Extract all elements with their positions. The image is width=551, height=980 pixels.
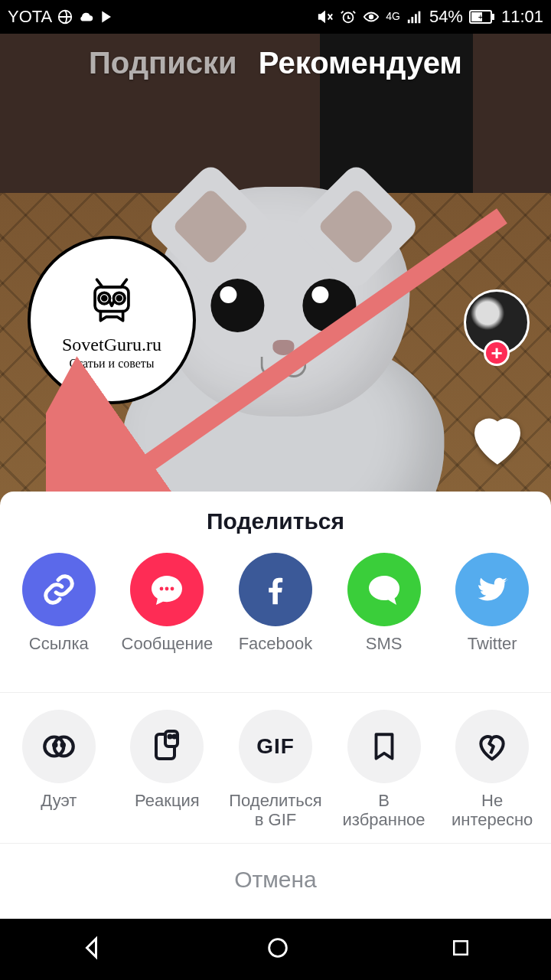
battery-percent-label: 54%	[429, 7, 463, 27]
browser-icon	[57, 8, 73, 25]
action-label: Поделиться в GIF	[229, 791, 321, 831]
eye-care-icon	[363, 8, 380, 25]
svg-point-23	[61, 743, 64, 746]
action-share-gif[interactable]: GIF Поделиться в GIF	[223, 710, 328, 831]
svg-rect-3	[408, 20, 410, 24]
signal-icon	[406, 8, 423, 25]
share-option-message[interactable]: Сообщение	[114, 553, 220, 674]
facebook-icon	[239, 553, 312, 626]
nav-back-icon[interactable]	[79, 934, 106, 965]
action-label: В избранное	[343, 791, 425, 831]
share-row-actions: Дуэт Реакция GIF Поделиться в GIF В избр…	[0, 693, 551, 838]
nav-home-icon[interactable]	[265, 935, 291, 964]
share-option-facebook[interactable]: Facebook	[223, 553, 328, 674]
svg-point-28	[269, 939, 287, 957]
share-sheet-title: Поделиться	[0, 492, 551, 548]
share-option-sms[interactable]: SMS	[331, 553, 437, 674]
share-option-twitter[interactable]: Twitter	[439, 553, 545, 674]
svg-rect-29	[454, 941, 468, 955]
svg-rect-6	[418, 11, 420, 24]
react-icon	[130, 710, 204, 783]
carrier-label: YOTA	[8, 7, 52, 27]
share-option-label: Facebook	[239, 634, 313, 674]
author-avatar[interactable]: +	[464, 289, 530, 355]
share-option-label: Сообщение	[122, 634, 214, 674]
gif-icon: GIF	[239, 710, 312, 783]
clock-label: 11:01	[501, 7, 543, 27]
svg-point-22	[54, 743, 56, 746]
cloud-icon	[78, 8, 95, 25]
action-react[interactable]: Реакция	[114, 710, 220, 831]
watermark-title: SovetGuru.ru	[62, 335, 161, 355]
duet-icon	[22, 710, 96, 783]
android-navbar	[0, 919, 551, 980]
network-type-label: 4G	[386, 10, 400, 22]
mute-icon	[317, 8, 334, 25]
like-button[interactable]	[461, 404, 534, 476]
message-icon	[130, 553, 204, 626]
feed-tabs: Подписки Рекомендуем	[0, 46, 551, 80]
svg-text:+: +	[478, 12, 483, 21]
svg-rect-5	[415, 14, 417, 23]
broken-heart-icon	[455, 710, 529, 783]
svg-point-26	[169, 735, 171, 737]
svg-rect-4	[411, 17, 413, 23]
bookmark-icon	[347, 710, 421, 783]
share-sheet: Поделиться Ссылка Сообщение Facebook SMS	[0, 492, 551, 919]
svg-point-15	[117, 296, 121, 300]
action-label: Дуэт	[41, 791, 77, 831]
channel-watermark: SovetGuru.ru Статьи и советы	[28, 236, 196, 404]
share-option-link[interactable]: Ссылка	[6, 553, 112, 674]
play-store-icon	[99, 9, 115, 24]
svg-point-27	[174, 735, 176, 737]
svg-rect-8	[492, 14, 494, 20]
action-favorite[interactable]: В избранное	[331, 710, 437, 831]
link-icon	[22, 553, 96, 626]
svg-point-18	[165, 587, 169, 591]
action-label: Не интересно	[452, 791, 533, 831]
action-label: Реакция	[135, 791, 200, 831]
share-option-label: Twitter	[468, 634, 517, 674]
tab-following[interactable]: Подписки	[89, 46, 237, 80]
share-option-label: SMS	[366, 634, 403, 674]
follow-button[interactable]: +	[484, 340, 510, 366]
battery-icon: +	[469, 10, 495, 24]
tab-for-you[interactable]: Рекомендуем	[259, 46, 462, 80]
svg-point-19	[171, 587, 174, 591]
share-option-label: Ссылка	[29, 634, 89, 674]
svg-point-17	[160, 587, 164, 591]
action-not-interested[interactable]: Не интересно	[439, 710, 545, 831]
share-row-apps: Ссылка Сообщение Facebook SMS Twitter	[0, 548, 551, 681]
owl-icon	[82, 270, 142, 330]
svg-point-2	[370, 15, 373, 19]
twitter-icon	[455, 553, 529, 626]
action-duet[interactable]: Дуэт	[6, 710, 112, 831]
sms-icon	[347, 553, 421, 626]
watermark-subtitle: Статьи и советы	[69, 357, 154, 371]
cancel-button[interactable]: Отмена	[0, 844, 551, 919]
svg-point-14	[103, 296, 106, 300]
status-bar: YOTA 4G 54% + 11:01	[0, 0, 551, 34]
alarm-icon	[340, 8, 357, 25]
nav-recent-icon[interactable]	[449, 936, 472, 962]
